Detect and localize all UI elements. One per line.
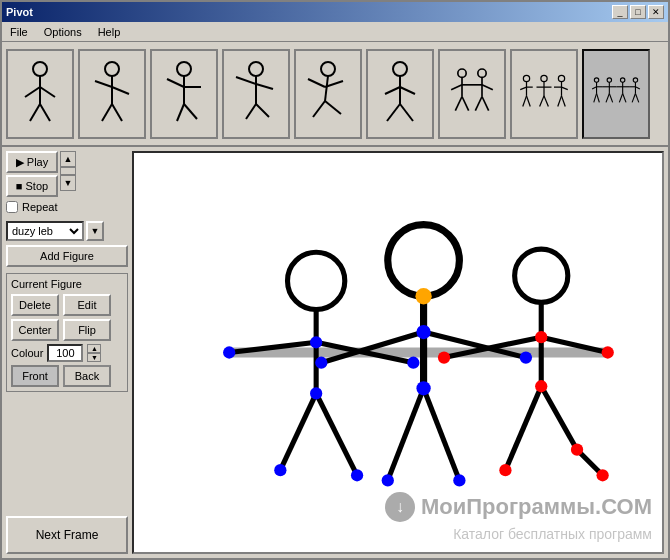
title-bar: Pivot _ □ ✕ <box>2 2 668 22</box>
stick-figure-3-icon <box>159 59 209 129</box>
svg-line-64 <box>558 95 562 106</box>
toolbar-figure-7[interactable] <box>438 49 506 139</box>
svg-point-18 <box>249 62 263 76</box>
svg-line-22 <box>246 104 256 119</box>
play-stop-buttons: ▶ Play ■ Stop <box>6 151 58 197</box>
svg-line-46 <box>475 96 482 110</box>
play-button[interactable]: ▶ Play <box>6 151 58 173</box>
delete-button[interactable]: Delete <box>11 294 59 316</box>
toolbar-figure-3[interactable] <box>150 49 218 139</box>
svg-point-66 <box>594 77 598 81</box>
svg-line-33 <box>400 87 415 94</box>
colour-down-icon[interactable]: ▼ <box>87 353 101 362</box>
canvas-area[interactable]: ↓ МоиПрограммы.СОМ Каталог бесплатных пр… <box>132 151 664 554</box>
stop-button[interactable]: ■ Stop <box>6 175 58 197</box>
add-figure-button[interactable]: Add Figure <box>6 245 128 267</box>
toolbar-figure-4[interactable] <box>222 49 290 139</box>
svg-line-17 <box>184 104 197 119</box>
menu-bar: File Options Help <box>2 22 668 42</box>
svg-line-89 <box>635 93 638 102</box>
svg-line-25 <box>325 76 328 101</box>
toolbar-figure-2[interactable] <box>78 49 146 139</box>
menu-help[interactable]: Help <box>94 25 125 39</box>
figure-dropdown[interactable]: duzy leb <box>6 221 84 241</box>
svg-line-107 <box>388 388 424 480</box>
svg-line-95 <box>280 393 316 470</box>
current-figure-group: Current Figure Delete Edit Center Flip C… <box>6 273 128 392</box>
svg-point-48 <box>523 75 529 81</box>
back-button[interactable]: Back <box>63 365 111 387</box>
menu-options[interactable]: Options <box>40 25 86 39</box>
svg-line-23 <box>256 104 269 117</box>
svg-point-6 <box>105 62 119 76</box>
svg-point-127 <box>499 464 511 476</box>
toolbar-figure-9[interactable] <box>582 49 650 139</box>
current-figure-label: Current Figure <box>11 278 123 290</box>
close-button[interactable]: ✕ <box>648 5 664 19</box>
svg-point-0 <box>33 62 47 76</box>
edit-button[interactable]: Edit <box>63 294 111 316</box>
watermark-tagline: Каталог бесплатных программ <box>385 526 652 542</box>
svg-point-126 <box>602 346 614 358</box>
svg-point-125 <box>438 351 450 363</box>
dropdown-arrow-icon[interactable]: ▼ <box>86 221 104 241</box>
svg-line-34 <box>387 104 400 121</box>
toolbar-figure-6[interactable] <box>366 49 434 139</box>
svg-line-88 <box>632 93 635 102</box>
svg-line-21 <box>256 84 273 89</box>
center-button[interactable]: Center <box>11 319 59 341</box>
toolbar-figure-8[interactable] <box>510 49 578 139</box>
colour-input[interactable] <box>47 344 83 362</box>
svg-point-115 <box>415 288 431 304</box>
svg-line-70 <box>594 93 597 102</box>
flip-button[interactable]: Flip <box>63 319 111 341</box>
svg-point-42 <box>478 69 486 77</box>
svg-line-20 <box>236 77 256 84</box>
figure-select-row: duzy leb ▼ <box>6 221 128 241</box>
svg-line-10 <box>102 104 112 121</box>
toolbar-figure-1[interactable] <box>6 49 74 139</box>
maximize-button[interactable]: □ <box>630 5 646 19</box>
svg-line-3 <box>40 87 55 97</box>
svg-line-82 <box>619 93 622 102</box>
svg-point-101 <box>351 469 363 481</box>
scroll-up-arrow[interactable]: ▲ <box>60 151 76 167</box>
delete-edit-row: Delete Edit <box>11 294 123 316</box>
colour-label: Colour <box>11 347 43 359</box>
svg-line-65 <box>562 95 566 106</box>
svg-line-26 <box>308 79 325 87</box>
front-button[interactable]: Front <box>11 365 59 387</box>
svg-line-58 <box>540 95 544 106</box>
stick-figure-8-icon <box>519 59 569 129</box>
center-flip-row: Center Flip <box>11 319 123 341</box>
colour-up-icon[interactable]: ▲ <box>87 344 101 353</box>
left-panel: ▶ Play ■ Stop ▲ ▼ Repeat duzy <box>2 147 132 558</box>
colour-row: Colour ▲ ▼ <box>11 344 123 362</box>
svg-point-111 <box>315 357 327 369</box>
playback-scrollbar[interactable]: ▲ ▼ <box>60 151 76 191</box>
svg-line-63 <box>562 87 568 90</box>
svg-line-11 <box>112 104 122 121</box>
svg-line-76 <box>606 93 609 102</box>
toolbar-figure-5[interactable] <box>294 49 362 139</box>
minimize-button[interactable]: _ <box>612 5 628 19</box>
svg-line-45 <box>482 84 493 89</box>
svg-point-30 <box>393 62 407 76</box>
watermark: ↓ МоиПрограммы.СОМ Каталог бесплатных пр… <box>385 492 652 542</box>
scroll-down-arrow[interactable]: ▼ <box>60 175 76 191</box>
svg-point-129 <box>596 469 608 481</box>
stick-figure-5-icon <box>303 59 353 129</box>
repeat-checkbox[interactable] <box>6 201 18 213</box>
svg-point-100 <box>274 464 286 476</box>
colour-spinner: ▲ ▼ <box>87 344 101 362</box>
stick-figure-4-icon <box>231 59 281 129</box>
next-frame-button[interactable]: Next Frame <box>6 516 128 554</box>
svg-line-14 <box>167 79 184 87</box>
svg-line-16 <box>177 104 184 121</box>
menu-file[interactable]: File <box>6 25 32 39</box>
svg-point-110 <box>416 381 430 395</box>
watermark-icon: ↓ <box>385 492 415 522</box>
svg-line-120 <box>505 386 541 470</box>
svg-line-50 <box>520 87 526 90</box>
svg-line-47 <box>482 96 489 110</box>
